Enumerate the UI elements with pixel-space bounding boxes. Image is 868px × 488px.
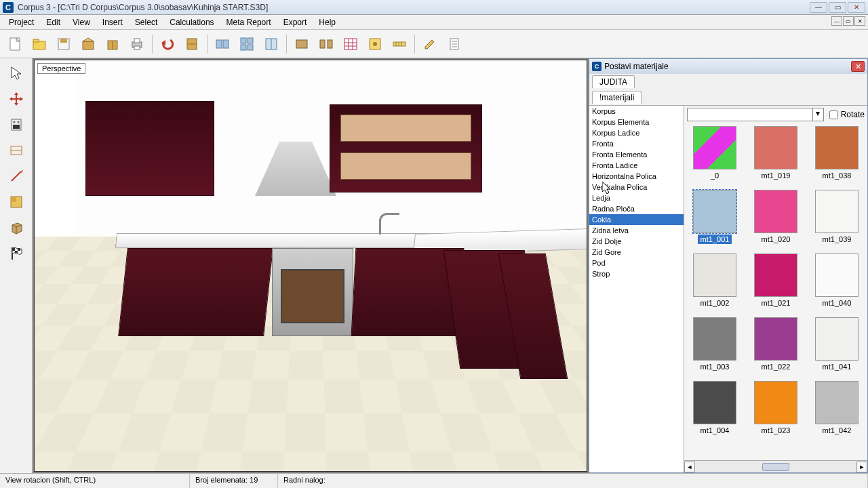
material-label: mt1_019 <box>759 171 793 180</box>
viewport-3d[interactable]: Perspective <box>34 60 587 472</box>
svg-marker-44 <box>9 92 23 106</box>
element-item[interactable]: Fronta Ladice <box>589 160 684 171</box>
report-icon[interactable] <box>443 33 465 55</box>
status-hint: View rotacion (Shift, CTRL) <box>0 474 190 488</box>
element-item[interactable]: Horizontalna Polica <box>589 171 684 182</box>
element-name-tab[interactable]: JUDITA <box>592 75 635 88</box>
scroll-left-icon[interactable]: ◄ <box>684 462 695 472</box>
select-arrow-icon[interactable] <box>5 62 27 84</box>
menu-insert[interactable]: Insert <box>96 16 129 28</box>
edit-icon[interactable] <box>419 33 441 55</box>
element-item[interactable]: Korpus Ladice <box>589 127 684 138</box>
undo-icon[interactable] <box>157 33 178 55</box>
material-swatch[interactable]: mt1_040 <box>811 253 863 308</box>
statusbar: View rotacion (Shift, CTRL) Broj elemena… <box>0 473 868 488</box>
material-swatch[interactable]: mt1_020 <box>750 190 802 244</box>
material-swatch[interactable]: mt1_041 <box>811 317 863 371</box>
element-item[interactable]: Korpus Elementa <box>589 117 684 127</box>
element-item[interactable]: Vertikalna Polica <box>589 182 684 192</box>
tab-materijali[interactable]: !materijali <box>592 91 642 104</box>
mdi-minimize[interactable]: — <box>831 16 842 26</box>
element-item[interactable]: Zidna letva <box>589 225 684 236</box>
flag-icon[interactable] <box>5 243 27 264</box>
material-swatch[interactable]: mt1_023 <box>750 381 802 435</box>
material-hscrollbar[interactable]: ◄ ► <box>684 460 867 472</box>
element-item[interactable]: Zid Dolje <box>589 236 684 247</box>
maximize-button[interactable]: ▭ <box>829 2 846 13</box>
draw-icon[interactable] <box>5 165 27 187</box>
material-swatch[interactable]: mt1_039 <box>811 190 863 244</box>
material-swatch[interactable]: mt1_004 <box>689 381 741 435</box>
new-file-icon[interactable] <box>4 33 26 55</box>
box-icon[interactable] <box>102 33 123 55</box>
scroll-thumb[interactable] <box>762 463 789 471</box>
material-label: mt1_038 <box>820 171 854 180</box>
cabinet-icon[interactable] <box>181 33 203 55</box>
material-filter-dropdown[interactable]: ▾ <box>687 108 824 121</box>
print-icon[interactable] <box>126 33 148 55</box>
appliance-icon[interactable] <box>5 114 27 136</box>
move-icon[interactable] <box>5 88 27 110</box>
material-swatch[interactable]: _0 <box>689 126 741 180</box>
element-list[interactable]: KorpusKorpus ElementaKorpus LadiceFronta… <box>589 106 684 472</box>
menu-view[interactable]: View <box>66 16 96 28</box>
module1-icon[interactable] <box>291 33 313 55</box>
mdi-controls: — ▭ ✕ <box>831 16 865 26</box>
material-swatch[interactable]: mt1_042 <box>811 381 863 435</box>
group1-icon[interactable] <box>212 33 233 55</box>
element-item[interactable]: Fronta Elementa <box>589 149 684 160</box>
material-swatch[interactable]: mt1_002 <box>689 253 741 308</box>
element-item[interactable]: Radna Ploča <box>589 203 684 214</box>
save-icon[interactable] <box>53 33 75 55</box>
menu-project[interactable]: Project <box>3 16 40 28</box>
material-swatch[interactable]: mt1_021 <box>750 253 802 308</box>
ruler-icon[interactable] <box>389 33 410 55</box>
open-file-icon[interactable] <box>28 33 50 55</box>
svg-rect-18 <box>241 38 246 43</box>
panel-tabs: !materijali <box>589 89 867 105</box>
panel-close-button[interactable]: ✕ <box>851 61 865 72</box>
module2-icon[interactable] <box>315 33 337 55</box>
menu-calculations[interactable]: Calculations <box>163 16 220 28</box>
window-controls: — ▭ ✕ <box>810 2 865 13</box>
material-swatch[interactable]: mt1_001 <box>689 190 741 244</box>
material-icon[interactable] <box>5 191 27 213</box>
props-icon[interactable] <box>364 33 386 55</box>
group2-icon[interactable] <box>236 33 258 55</box>
material-swatch[interactable]: mt1_003 <box>689 317 741 371</box>
svg-rect-54 <box>11 197 16 202</box>
dimensions-icon[interactable] <box>5 140 27 161</box>
element-item[interactable]: Cokla <box>589 214 684 225</box>
mdi-close[interactable]: ✕ <box>854 16 865 26</box>
material-swatch[interactable]: mt1_022 <box>750 317 802 371</box>
panel-titlebar[interactable]: C Postavi materijale ✕ <box>589 59 867 74</box>
material-swatch[interactable]: mt1_019 <box>750 126 802 180</box>
material-label: mt1_039 <box>820 235 854 244</box>
close-button[interactable]: ✕ <box>848 2 865 13</box>
element-item[interactable]: Pod <box>589 258 684 268</box>
minimize-button[interactable]: — <box>810 2 827 13</box>
menu-select[interactable]: Select <box>129 16 163 28</box>
element-item[interactable]: Zid Gore <box>589 247 684 258</box>
menu-meta-report[interactable]: Meta Report <box>220 16 277 28</box>
element-item[interactable]: Ledja <box>589 192 684 203</box>
box3d-icon[interactable] <box>5 217 27 239</box>
package-icon[interactable] <box>77 33 99 55</box>
group3-icon[interactable] <box>260 33 282 55</box>
rotate-checkbox-input[interactable] <box>829 110 838 119</box>
svg-rect-25 <box>320 40 325 48</box>
element-item[interactable]: Fronta <box>589 138 684 149</box>
svg-rect-3 <box>33 39 39 42</box>
table-icon[interactable] <box>340 33 361 55</box>
material-grid-scroll[interactable]: _0mt1_019mt1_038mt1_001mt1_020mt1_039mt1… <box>684 123 867 460</box>
material-label: mt1_021 <box>759 298 793 308</box>
menu-edit[interactable]: Edit <box>40 16 66 28</box>
rotate-checkbox[interactable]: Rotate <box>829 110 865 119</box>
element-item[interactable]: Strop <box>589 268 684 279</box>
scroll-right-icon[interactable]: ► <box>856 462 867 472</box>
element-item[interactable]: Korpus <box>589 106 684 117</box>
menu-help[interactable]: Help <box>313 16 342 28</box>
mdi-restore[interactable]: ▭ <box>843 16 854 26</box>
material-swatch[interactable]: mt1_038 <box>811 126 863 180</box>
menu-export[interactable]: Export <box>277 16 313 28</box>
